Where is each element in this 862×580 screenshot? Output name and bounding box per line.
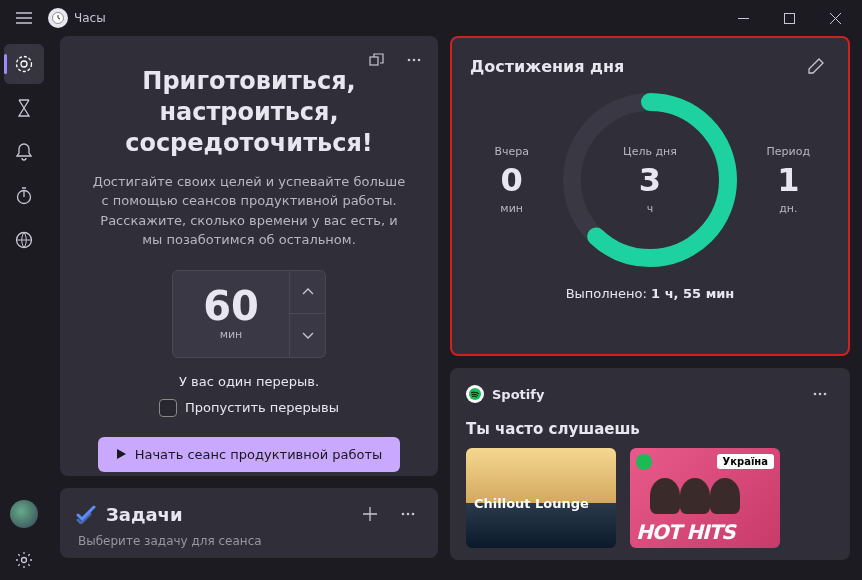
focus-description: Достигайте своих целей и успевайте больш…	[92, 172, 406, 250]
titlebar: Часы	[0, 0, 862, 36]
svg-rect-8	[370, 57, 378, 65]
collapse-icon[interactable]	[362, 46, 390, 74]
goal-unit: ч	[647, 202, 654, 215]
skip-breaks-checkbox[interactable]	[159, 399, 177, 417]
playlist-badge: Україна	[717, 454, 775, 469]
sidebar-worldclock[interactable]	[4, 220, 44, 260]
stat-period: Период 1 дн.	[753, 145, 823, 215]
playlist-cover: Україна HOT HITS	[630, 448, 780, 548]
svg-point-13	[407, 513, 410, 516]
focus-card: Приготовиться, настроиться, сосредоточит…	[60, 36, 438, 476]
close-button[interactable]	[812, 2, 858, 34]
svg-point-11	[418, 59, 421, 62]
tasks-subtitle: Выберите задачу для сеанса	[78, 534, 422, 548]
sidebar	[0, 36, 48, 580]
svg-point-18	[814, 393, 817, 396]
spotify-icon	[466, 385, 484, 403]
svg-point-10	[413, 59, 416, 62]
svg-rect-2	[784, 13, 794, 23]
svg-point-7	[22, 558, 27, 563]
progress-ring: Цель дня 3 ч	[560, 90, 740, 270]
play-icon	[116, 448, 127, 460]
minutes-display[interactable]: 60 мин	[172, 270, 290, 358]
svg-point-12	[402, 513, 405, 516]
svg-rect-1	[738, 18, 749, 19]
spotify-more-icon[interactable]	[806, 380, 834, 408]
sidebar-settings[interactable]	[4, 540, 44, 580]
minimize-button[interactable]	[720, 2, 766, 34]
tasks-icon	[76, 504, 96, 524]
app-title: Часы	[74, 11, 106, 25]
stepper-up[interactable]	[290, 270, 326, 314]
achievements-card: Достижения дня Вчера 0 мин	[450, 36, 850, 356]
achievements-title: Достижения дня	[470, 57, 802, 76]
svg-point-4	[21, 61, 27, 67]
minutes-value: 60	[203, 286, 259, 326]
focus-title: Приготовиться, настроиться, сосредоточит…	[76, 66, 422, 160]
minutes-unit: мин	[220, 328, 243, 341]
maximize-button[interactable]	[766, 2, 812, 34]
tasks-more-icon[interactable]	[394, 500, 422, 528]
sidebar-timer[interactable]	[4, 88, 44, 128]
sidebar-stopwatch[interactable]	[4, 176, 44, 216]
edit-icon[interactable]	[802, 52, 830, 80]
sidebar-focus[interactable]	[4, 44, 44, 84]
app-icon	[48, 8, 68, 28]
user-avatar[interactable]	[10, 500, 38, 528]
spotify-dot-icon	[636, 454, 652, 470]
spotify-subheader: Ты часто слушаешь	[466, 420, 834, 438]
completed-text: Выполнено: 1 ч, 55 мин	[470, 286, 830, 301]
spotify-brand: Spotify	[492, 387, 798, 402]
start-focus-button[interactable]: Начать сеанс продуктивной работы	[98, 437, 401, 472]
playlist-item[interactable]: Україна HOT HITS	[630, 448, 780, 548]
playlist-cover: Chillout Lounge	[466, 448, 616, 548]
playlist-item[interactable]: Chillout Lounge	[466, 448, 616, 548]
break-count-text: У вас один перерыв.	[76, 374, 422, 389]
svg-point-14	[412, 513, 415, 516]
svg-point-3	[17, 57, 32, 72]
spotify-card: Spotify Ты часто слушаешь Chillout Loung…	[450, 368, 850, 560]
skip-breaks-label: Пропустить перерывы	[185, 400, 339, 415]
hamburger-menu[interactable]	[4, 2, 44, 34]
svg-point-19	[819, 393, 822, 396]
start-button-label: Начать сеанс продуктивной работы	[135, 447, 383, 462]
goal-label: Цель дня	[623, 145, 677, 158]
svg-point-20	[824, 393, 827, 396]
goal-value: 3	[639, 164, 661, 196]
more-icon[interactable]	[400, 46, 428, 74]
svg-point-9	[408, 59, 411, 62]
sidebar-alarm[interactable]	[4, 132, 44, 172]
add-task-button[interactable]	[356, 500, 384, 528]
tasks-title: Задачи	[106, 504, 346, 525]
minutes-stepper: 60 мин	[76, 270, 422, 358]
tasks-card: Задачи Выберите задачу для сеанса	[60, 488, 438, 558]
stat-yesterday: Вчера 0 мин	[477, 145, 547, 215]
stepper-down[interactable]	[290, 314, 326, 358]
